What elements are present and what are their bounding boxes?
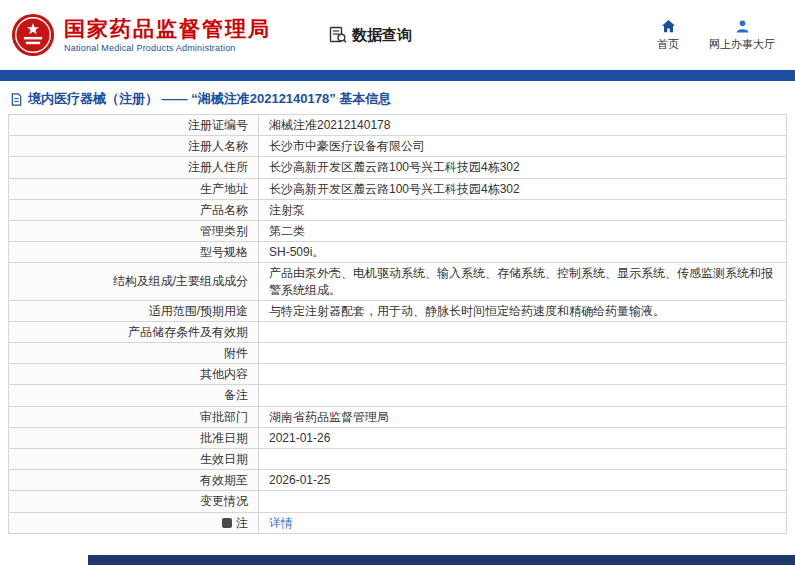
table-row: 附件: [9, 343, 787, 364]
row-value: 长沙高新开发区麓云路100号兴工科技园4栋302: [259, 178, 787, 199]
page-footer: [88, 555, 795, 565]
nav-home-label: 首页: [657, 37, 679, 52]
header-nav: 首页 网上办事大厅: [657, 19, 775, 52]
row-value: [259, 449, 787, 470]
row-value: [259, 385, 787, 406]
row-label: 附件: [9, 343, 259, 364]
row-label: 生效日期: [9, 449, 259, 470]
header-divider-bar: [0, 70, 795, 81]
nmpa-emblem-logo: [10, 12, 56, 58]
row-value: 长沙高新开发区麓云路100号兴工科技园4栋302: [259, 157, 787, 178]
org-names: 国家药品监督管理局 National Medical Products Admi…: [64, 17, 271, 53]
table-row: 注册证编号湘械注准20212140178: [9, 115, 787, 136]
site-header: 国家药品监督管理局 National Medical Products Admi…: [0, 0, 795, 70]
breadcrumb: 境内医疗器械（注册） —— “湘械注准20212140178” 基本信息: [10, 90, 785, 108]
table-row: 批准日期2021-01-26: [9, 427, 787, 448]
row-label: 注册证编号: [9, 115, 259, 136]
row-label: 注册人住所: [9, 157, 259, 178]
breadcrumb-text: 境内医疗器械（注册） —— “湘械注准20212140178” 基本信息: [28, 90, 391, 108]
row-label: 批准日期: [9, 427, 259, 448]
document-icon: [10, 93, 23, 106]
nav-service-hall-label: 网上办事大厅: [709, 37, 775, 52]
row-value: [259, 491, 787, 512]
data-query-label: 数据查询: [352, 26, 412, 45]
row-value: 2021-01-26: [259, 427, 787, 448]
row-label: 审批部门: [9, 406, 259, 427]
row-label: 其他内容: [9, 364, 259, 385]
table-row: 注册人名称长沙市中豪医疗设备有限公司: [9, 136, 787, 157]
row-value: 详情: [259, 512, 787, 533]
row-value: 注射泵: [259, 199, 787, 220]
row-label: 管理类别: [9, 220, 259, 241]
note-icon: [222, 518, 232, 528]
row-value: [259, 321, 787, 342]
row-value: 产品由泵外壳、电机驱动系统、输入系统、存储系统、控制系统、显示系统、传感监测系统…: [259, 263, 787, 300]
table-row: 变更情况: [9, 491, 787, 512]
table-row: 管理类别第二类: [9, 220, 787, 241]
detail-link[interactable]: 详情: [269, 516, 293, 530]
row-label: 生产地址: [9, 178, 259, 199]
table-row: 审批部门湖南省药品监督管理局: [9, 406, 787, 427]
row-label: 结构及组成/主要组成成分: [9, 263, 259, 300]
row-label: 型号规格: [9, 242, 259, 263]
row-label: 产品储存条件及有效期: [9, 321, 259, 342]
table-row: 结构及组成/主要组成成分产品由泵外壳、电机驱动系统、输入系统、存储系统、控制系统…: [9, 263, 787, 300]
row-value: [259, 364, 787, 385]
logo-area: 国家药品监督管理局 National Medical Products Admi…: [10, 12, 271, 58]
row-value: [259, 343, 787, 364]
table-row: 产品储存条件及有效期: [9, 321, 787, 342]
row-value: SH-509i。: [259, 242, 787, 263]
table-row: 注详情: [9, 512, 787, 533]
home-icon: [661, 19, 676, 34]
row-value: 湘械注准20212140178: [259, 115, 787, 136]
row-label: 变更情况: [9, 491, 259, 512]
table-row: 型号规格SH-509i。: [9, 242, 787, 263]
table-row: 产品名称注射泵: [9, 199, 787, 220]
org-name-cn: 国家药品监督管理局: [64, 17, 271, 41]
table-row: 注册人住所长沙高新开发区麓云路100号兴工科技园4栋302: [9, 157, 787, 178]
row-label: 有效期至: [9, 470, 259, 491]
data-query-icon: [329, 26, 347, 44]
data-query-link[interactable]: 数据查询: [329, 26, 412, 45]
row-label: 产品名称: [9, 199, 259, 220]
table-row: 适用范围/预期用途与特定注射器配套，用于动、静脉长时间恒定给药速度和精确给药量输…: [9, 300, 787, 321]
nav-service-hall[interactable]: 网上办事大厅: [709, 19, 775, 52]
row-label: 注: [9, 512, 259, 533]
nav-home[interactable]: 首页: [657, 19, 679, 52]
row-value: 长沙市中豪医疗设备有限公司: [259, 136, 787, 157]
table-row: 生效日期: [9, 449, 787, 470]
info-table: 注册证编号湘械注准20212140178注册人名称长沙市中豪医疗设备有限公司注册…: [8, 114, 787, 534]
row-label: 注册人名称: [9, 136, 259, 157]
row-label: 备注: [9, 385, 259, 406]
row-value: 与特定注射器配套，用于动、静脉长时间恒定给药速度和精确给药量输液。: [259, 300, 787, 321]
row-value: 第二类: [259, 220, 787, 241]
person-icon: [735, 19, 750, 34]
table-row: 备注: [9, 385, 787, 406]
org-name-en: National Medical Products Administration: [64, 43, 271, 53]
table-row: 其他内容: [9, 364, 787, 385]
table-row: 有效期至2026-01-25: [9, 470, 787, 491]
row-value: 2026-01-25: [259, 470, 787, 491]
row-value: 湖南省药品监督管理局: [259, 406, 787, 427]
row-label: 适用范围/预期用途: [9, 300, 259, 321]
table-row: 生产地址长沙高新开发区麓云路100号兴工科技园4栋302: [9, 178, 787, 199]
